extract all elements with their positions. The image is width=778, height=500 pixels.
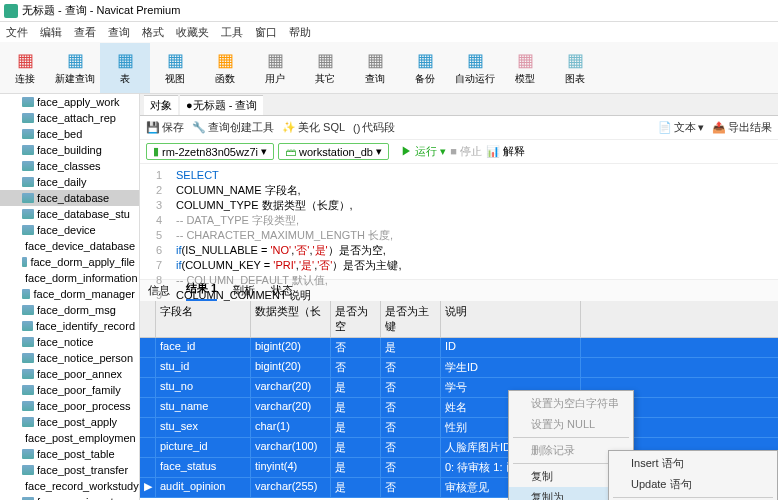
grid-header: 字段名数据类型（长是否为空是否为主键说明: [140, 301, 778, 338]
table-item[interactable]: face_dorm_information: [0, 270, 139, 286]
table-icon: [22, 465, 34, 475]
main-panel: 对象 ● 无标题 - 查询 💾 保存 🔧 查询创建工具 ✨ 美化 SQL () …: [140, 94, 778, 500]
table-item[interactable]: face_device: [0, 222, 139, 238]
toolbar-函数[interactable]: ▦函数: [200, 43, 250, 93]
table-icon: [22, 257, 27, 267]
run-button[interactable]: ▶ 运行 ▾: [401, 144, 446, 159]
table-item[interactable]: face_identify_record: [0, 318, 139, 334]
table-icon: [22, 369, 34, 379]
toolbar-模型[interactable]: ▦模型: [500, 43, 550, 93]
table-item[interactable]: face_database_stu: [0, 206, 139, 222]
menu-item[interactable]: 收藏夹: [176, 25, 209, 40]
context-submenu[interactable]: Insert 语句 Update 语句 制表符分隔值（数据） 制表符分隔值（字段…: [608, 450, 778, 500]
table-icon: [22, 161, 34, 171]
query-builder-button[interactable]: 🔧 查询创建工具: [192, 120, 274, 135]
table-item[interactable]: face_notice: [0, 334, 139, 350]
explain-button[interactable]: 📊 解释: [486, 144, 525, 159]
toolbar-自动运行[interactable]: ▦自动运行: [450, 43, 500, 93]
table-item[interactable]: face_record_workstudy: [0, 478, 139, 494]
table-item[interactable]: face_dorm_manager: [0, 286, 139, 302]
table-item[interactable]: face_poor_annex: [0, 366, 139, 382]
table-item[interactable]: face_poor_process: [0, 398, 139, 414]
table-icon: [22, 449, 34, 459]
menu-item[interactable]: 查询: [108, 25, 130, 40]
table-icon: [22, 177, 34, 187]
table-icon: [22, 401, 34, 411]
toolbar-查询[interactable]: ▦查询: [350, 43, 400, 93]
table-item[interactable]: face_building: [0, 142, 139, 158]
table-icon: [22, 305, 34, 315]
sidebar[interactable]: face_apply_workface_attach_repface_bedfa…: [0, 94, 140, 500]
toolbar-图表[interactable]: ▦图表: [550, 43, 600, 93]
editor-tabs: 对象 ● 无标题 - 查询: [140, 94, 778, 116]
tab-object[interactable]: 对象: [144, 95, 178, 115]
table-item[interactable]: face_post_apply: [0, 414, 139, 430]
action-bar: 💾 保存 🔧 查询创建工具 ✨ 美化 SQL () 代码段 📄 文本 ▾ 📤 导…: [140, 116, 778, 140]
table-item[interactable]: face_classes: [0, 158, 139, 174]
table-icon: [22, 321, 33, 331]
toolbar-新建查询[interactable]: ▦新建查询: [50, 43, 100, 93]
toolbar-用户[interactable]: ▦用户: [250, 43, 300, 93]
app-icon: [4, 4, 18, 18]
table-icon: [22, 113, 34, 123]
menu-item[interactable]: 工具: [221, 25, 243, 40]
connection-bar: ▮rm-2zetn83n05wz7i ▾ 🗃workstation_db ▾ ▶…: [140, 140, 778, 164]
table-icon: [22, 353, 34, 363]
table-item[interactable]: face_poor_family: [0, 382, 139, 398]
table-icon: [22, 209, 34, 219]
table-item[interactable]: face_dorm_apply_file: [0, 254, 139, 270]
table-item[interactable]: face_post_table: [0, 446, 139, 462]
server-select[interactable]: ▮rm-2zetn83n05wz7i ▾: [146, 143, 274, 160]
grid-row[interactable]: stu_sexchar(1)是否性别: [140, 418, 778, 438]
grid-row[interactable]: face_idbigint(20)否是ID: [140, 338, 778, 358]
table-item[interactable]: face_apply_work: [0, 94, 139, 110]
sql-editor[interactable]: 123456789 SELECT COLUMN_NAME 字段名, COLUMN…: [140, 164, 778, 279]
grid-row[interactable]: stu_namevarchar(20)是否姓名: [140, 398, 778, 418]
toolbar-视图[interactable]: ▦视图: [150, 43, 200, 93]
table-icon: [22, 225, 34, 235]
table-icon: [22, 337, 34, 347]
table-item[interactable]: face_bed: [0, 126, 139, 142]
table-item[interactable]: face_device_database: [0, 238, 139, 254]
title-bar: 无标题 - 查询 - Navicat Premium: [0, 0, 778, 22]
menu-item[interactable]: 格式: [142, 25, 164, 40]
grid-row[interactable]: stu_novarchar(20)是否学号: [140, 378, 778, 398]
table-icon: [22, 145, 34, 155]
ctx-insert-stmt[interactable]: Insert 语句: [609, 453, 777, 474]
menu-item[interactable]: 编辑: [40, 25, 62, 40]
main-toolbar: ▦连接▦新建查询▦表▦视图▦函数▦用户▦其它▦查询▦备份▦自动运行▦模型▦图表: [0, 42, 778, 94]
table-icon: [22, 417, 34, 427]
menu-item[interactable]: 查看: [74, 25, 96, 40]
toolbar-表[interactable]: ▦表: [100, 43, 150, 93]
table-icon: [22, 129, 34, 139]
menu-bar: 文件编辑查看查询格式收藏夹工具窗口帮助: [0, 22, 778, 42]
table-item[interactable]: face_repair_note: [0, 494, 139, 500]
save-button[interactable]: 💾 保存: [146, 120, 184, 135]
ctx-update-stmt[interactable]: Update 语句: [609, 474, 777, 495]
grid-row[interactable]: stu_idbigint(20)否否学生ID: [140, 358, 778, 378]
menu-item[interactable]: 帮助: [289, 25, 311, 40]
beautify-button[interactable]: ✨ 美化 SQL: [282, 120, 345, 135]
toolbar-连接[interactable]: ▦连接: [0, 43, 50, 93]
table-item[interactable]: face_post_transfer: [0, 462, 139, 478]
db-select[interactable]: 🗃workstation_db ▾: [278, 143, 389, 160]
table-item[interactable]: face_database: [0, 190, 139, 206]
menu-item[interactable]: 窗口: [255, 25, 277, 40]
toolbar-备份[interactable]: ▦备份: [400, 43, 450, 93]
export-button[interactable]: 📤 导出结果: [712, 120, 772, 135]
table-icon: [22, 289, 30, 299]
table-item[interactable]: face_attach_rep: [0, 110, 139, 126]
stop-button: ■ 停止: [450, 144, 482, 159]
table-item[interactable]: face_post_employmen: [0, 430, 139, 446]
table-item[interactable]: face_dorm_msg: [0, 302, 139, 318]
tab-query[interactable]: ● 无标题 - 查询: [180, 95, 263, 115]
ctx-set-null: 设置为 NULL: [509, 414, 633, 435]
table-item[interactable]: face_notice_person: [0, 350, 139, 366]
text-button[interactable]: 📄 文本 ▾: [658, 120, 704, 135]
snippet-button[interactable]: () 代码段: [353, 120, 395, 135]
table-icon: [22, 193, 34, 203]
menu-item[interactable]: 文件: [6, 25, 28, 40]
table-item[interactable]: face_daily: [0, 174, 139, 190]
toolbar-其它[interactable]: ▦其它: [300, 43, 350, 93]
table-icon: [22, 385, 34, 395]
